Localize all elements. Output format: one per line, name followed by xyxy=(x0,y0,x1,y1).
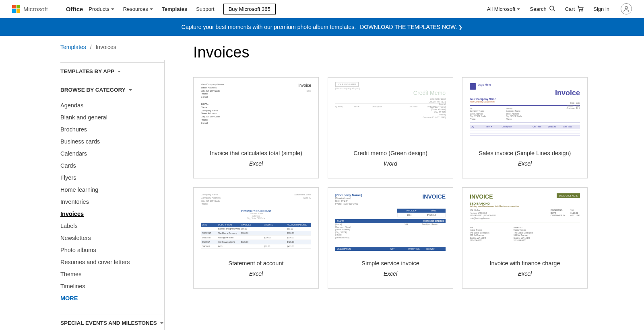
primary-nav: Products Resources Templates Support Buy… xyxy=(89,4,275,14)
office-brand[interactable]: Office xyxy=(66,6,83,12)
template-title: Invoice that calculates total (simple) xyxy=(194,142,318,160)
sidebar-category-item[interactable]: Agendas xyxy=(60,99,165,111)
template-preview: Company NameCompany AddressCity, ST ZIP … xyxy=(194,188,318,252)
chevron-down-icon xyxy=(118,68,121,74)
chevron-down-icon xyxy=(129,87,132,93)
template-title: Sales invoice (Simple Lines design) xyxy=(462,142,587,160)
template-app: Excel xyxy=(462,271,587,288)
promo-text: Capture your best moments with our premi… xyxy=(182,24,356,30)
cart-button[interactable]: Cart xyxy=(565,5,584,13)
template-preview: YOUR LOGO HERE Credit Memo [Your company… xyxy=(328,78,453,142)
sidebar-category-item[interactable]: Newsletters xyxy=(60,232,165,244)
sidebar-more-link[interactable]: MORE xyxy=(60,292,165,304)
nav-templates[interactable]: Templates xyxy=(162,6,187,12)
svg-point-0 xyxy=(550,6,554,10)
cart-label: Cart xyxy=(565,6,575,12)
template-app: Excel xyxy=(328,271,453,288)
sidebar-section-browse-by-category[interactable]: BROWSE BY CATEGORY xyxy=(60,81,165,93)
sidebar-section-templates-by-app[interactable]: TEMPLATES BY APP xyxy=(60,62,165,74)
sidebar-section-special-events[interactable]: SPECIAL EVENTS AND MILESTONES xyxy=(60,314,165,326)
search-button[interactable]: Search xyxy=(530,5,555,13)
sidebar-category-item[interactable]: Blank and general xyxy=(60,111,165,123)
template-title: Credit memo (Green design) xyxy=(328,142,453,160)
template-cards-grid: Invoice Date Your Company NameStreet Add… xyxy=(193,77,588,289)
chevron-down-icon xyxy=(160,320,163,326)
sidebar-category-item[interactable]: Invoices xyxy=(60,208,165,220)
breadcrumb-current: Invoices xyxy=(95,44,116,50)
svg-point-4 xyxy=(625,6,627,9)
sidebar-category-item[interactable]: Resumes and cover letters xyxy=(60,256,165,268)
template-card[interactable]: INVOICE LOGO GOES HERE SBO BANKING Helpi… xyxy=(462,187,588,289)
template-preview: INVOICE LOGO GOES HERE SBO BANKING Helpi… xyxy=(462,188,587,252)
template-preview: [Company Name] INVOICE [Street Address][… xyxy=(328,188,453,252)
breadcrumb: Templates / Invoices xyxy=(60,44,165,50)
template-card[interactable]: Invoice Date Your Company NameStreet Add… xyxy=(193,77,319,178)
template-title: Invoice with finance charge xyxy=(462,252,587,271)
template-app: Word xyxy=(328,160,453,178)
nav-all-microsoft[interactable]: All Microsoft xyxy=(487,6,520,12)
nav-products[interactable]: Products xyxy=(89,6,114,12)
sidebar-category-item[interactable]: Business cards xyxy=(60,135,165,148)
sidebar-category-item[interactable]: Calendars xyxy=(60,148,165,160)
person-icon xyxy=(623,6,630,12)
sidebar-category-item[interactable]: Cards xyxy=(60,160,165,172)
search-icon xyxy=(549,5,555,13)
sidebar-category-item[interactable]: Photo albums xyxy=(60,244,165,256)
template-card[interactable]: Logo Here Invoice Your Company Name Your… xyxy=(462,77,588,178)
sidebar-category-item[interactable]: Flyers xyxy=(60,172,165,184)
breadcrumb-separator: / xyxy=(90,44,92,50)
nav-support[interactable]: Support xyxy=(196,6,215,12)
template-card[interactable]: YOUR LOGO HERE Credit Memo [Your company… xyxy=(328,77,453,178)
template-preview: Logo Here Invoice Your Company Name Your… xyxy=(462,78,587,142)
sidebar-category-item[interactable]: Timelines xyxy=(60,280,165,292)
buy-microsoft-365-button[interactable]: Buy Microsoft 365 xyxy=(223,4,276,14)
account-avatar[interactable] xyxy=(621,3,632,14)
secondary-nav: All Microsoft Search Cart Sign in xyxy=(487,3,632,14)
sidebar-category-item[interactable]: Home learning xyxy=(60,184,165,196)
svg-point-2 xyxy=(579,10,580,11)
template-app: Excel xyxy=(194,160,318,178)
category-list: AgendasBlank and generalBrochuresBusines… xyxy=(60,99,165,304)
logo-placeholder-icon xyxy=(470,83,476,90)
template-card[interactable]: Company NameCompany AddressCity, ST ZIP … xyxy=(193,187,319,289)
template-app: Excel xyxy=(462,160,587,178)
promo-cta-link[interactable]: DOWNLOAD THE TEMPLATES NOW. ❯ xyxy=(360,24,462,30)
top-nav: Microsoft Office Products Resources Temp… xyxy=(0,0,644,18)
nav-resources[interactable]: Resources xyxy=(123,6,153,12)
template-app: Excel xyxy=(194,271,318,288)
template-preview: Invoice Date Your Company NameStreet Add… xyxy=(194,78,318,142)
breadcrumb-root[interactable]: Templates xyxy=(60,44,86,50)
promo-banner: Capture your best moments with our premi… xyxy=(0,18,644,36)
chevron-right-icon: ❯ xyxy=(458,25,462,30)
microsoft-logo-icon xyxy=(12,5,20,13)
svg-point-3 xyxy=(582,10,582,11)
svg-line-1 xyxy=(553,10,555,11)
sidebar-category-item[interactable]: Themes xyxy=(60,268,165,280)
template-card[interactable]: [Company Name] INVOICE [Street Address][… xyxy=(328,187,453,289)
sidebar: Templates / Invoices TEMPLATES BY APP BR… xyxy=(60,44,165,330)
microsoft-logo-group[interactable]: Microsoft xyxy=(12,5,57,13)
sidebar-category-item[interactable]: Labels xyxy=(60,220,165,232)
signin-link[interactable]: Sign in xyxy=(593,6,609,12)
template-title: Simple service invoice xyxy=(328,252,453,271)
template-title: Statement of account xyxy=(194,252,318,271)
microsoft-brand: Microsoft xyxy=(23,6,48,12)
sidebar-category-item[interactable]: Inventories xyxy=(60,196,165,208)
main-content: Invoices Invoice Date Your Company NameS… xyxy=(193,44,588,330)
page-body: Templates / Invoices TEMPLATES BY APP BR… xyxy=(0,36,644,330)
search-label: Search xyxy=(530,6,546,12)
cart-icon xyxy=(577,5,584,13)
sidebar-category-item[interactable]: Brochures xyxy=(60,123,165,135)
page-title: Invoices xyxy=(193,44,588,61)
